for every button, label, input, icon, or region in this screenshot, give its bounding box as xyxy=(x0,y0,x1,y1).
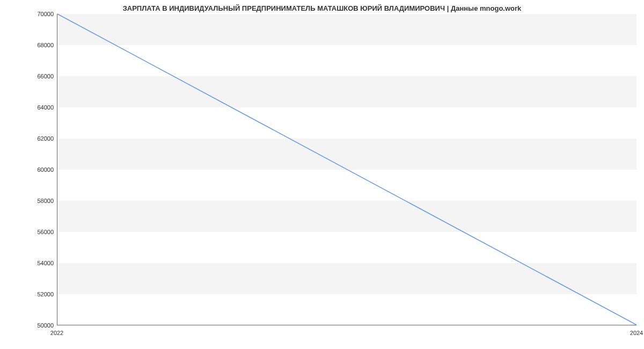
y-tick-label: 68000 xyxy=(27,42,54,48)
y-tick-label: 56000 xyxy=(27,229,54,235)
data-line xyxy=(57,14,636,325)
y-tick-label: 60000 xyxy=(27,166,54,173)
y-tick-label: 70000 xyxy=(27,11,54,17)
y-tick-label: 54000 xyxy=(27,260,54,266)
x-tick-label: 2024 xyxy=(630,330,643,336)
y-tick-label: 50000 xyxy=(27,322,54,329)
y-tick-label: 58000 xyxy=(27,198,54,204)
y-tick-label: 64000 xyxy=(27,104,54,111)
y-tick-label: 52000 xyxy=(27,291,54,297)
y-tick-label: 66000 xyxy=(27,73,54,79)
plot-area xyxy=(57,14,636,325)
y-tick-label: 62000 xyxy=(27,135,54,142)
chart-title: ЗАРПЛАТА В ИНДИВИДУАЛЬНЫЙ ПРЕДПРИНИМАТЕЛ… xyxy=(0,4,644,12)
x-tick-label: 2022 xyxy=(50,330,63,336)
